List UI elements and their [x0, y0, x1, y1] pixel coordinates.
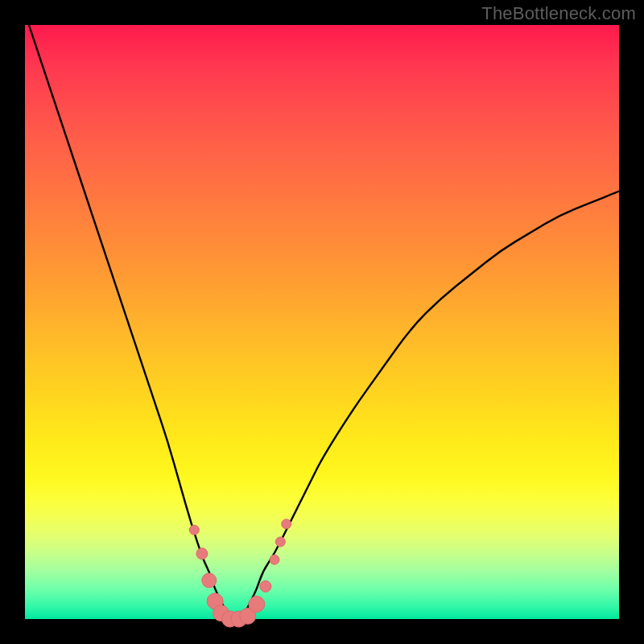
- curve-marker: [260, 580, 271, 592]
- plot-area: [25, 25, 619, 619]
- curve-marker: [282, 519, 291, 529]
- curve-marker: [270, 555, 279, 564]
- curve-marker: [202, 573, 217, 588]
- curve-marker: [275, 537, 285, 547]
- curve-marker: [249, 597, 265, 613]
- curve-marker: [196, 548, 208, 559]
- watermark-label: TheBottleneck.com: [481, 3, 636, 24]
- chart-svg: [25, 25, 619, 619]
- chart-frame: TheBottleneck.com: [0, 0, 644, 644]
- curve-marker: [189, 525, 199, 535]
- curve-markers: [189, 519, 291, 627]
- bottleneck-curve: [25, 13, 619, 619]
